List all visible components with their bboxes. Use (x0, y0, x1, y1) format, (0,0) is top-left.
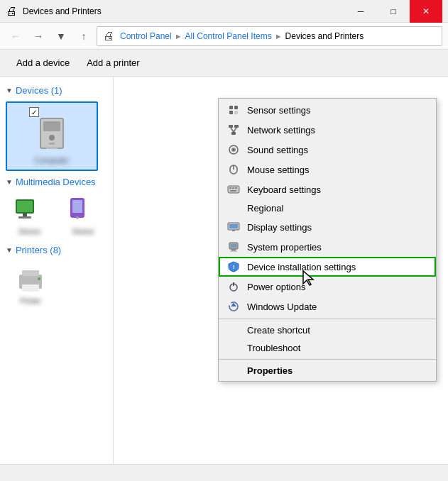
section-arrow-printers: ▼ (6, 246, 13, 254)
ctx-regional-label: Regional (247, 203, 283, 214)
svg-rect-34 (230, 190, 236, 192)
section-title-printers: Printers (8) (16, 245, 61, 255)
section-title-devices: Devices (1) (16, 85, 62, 96)
breadcrumb-control-panel[interactable]: Control Panel (120, 31, 172, 41)
svg-text:!: ! (233, 264, 235, 270)
multimedia-device-1[interactable]: Device (6, 192, 54, 238)
svg-line-24 (234, 128, 236, 132)
sensor-icon (227, 104, 240, 116)
computer-icon (29, 113, 75, 158)
svg-rect-14 (22, 284, 39, 292)
ctx-device-installation[interactable]: ! Device installation settings (219, 257, 436, 277)
svg-point-11 (76, 216, 79, 219)
ctx-windows-update-label: Windows Update (247, 302, 317, 312)
svg-line-23 (231, 128, 234, 132)
svg-rect-19 (234, 111, 238, 114)
printer-item-1[interactable]: Printer (6, 261, 55, 307)
back-button[interactable]: ← (6, 26, 26, 46)
multimedia-device-label-2: Device (72, 228, 94, 236)
ctx-separator-1 (219, 319, 436, 319)
svg-rect-6 (17, 201, 33, 212)
breadcrumb-icon: 🖨 (103, 30, 114, 43)
svg-rect-20 (229, 125, 233, 128)
svg-rect-41 (230, 250, 237, 252)
title-bar-text: Devices and Printers (23, 6, 339, 16)
ctx-regional[interactable]: Regional (219, 199, 436, 217)
display-icon (227, 221, 240, 233)
breadcrumb-all-items[interactable]: All Control Panel Items (185, 31, 272, 41)
section-title-multimedia: Multimedia Devices (16, 177, 96, 187)
context-menu: Sensor settings Network settings Sound s… (218, 98, 437, 382)
ctx-sensor-label: Sensor settings (247, 105, 311, 116)
add-printer-button[interactable]: Add a printer (79, 54, 147, 72)
maximize-button[interactable]: □ (377, 0, 410, 23)
svg-rect-22 (231, 132, 236, 135)
svg-rect-17 (234, 106, 238, 109)
title-bar: 🖨 Devices and Printers ─ □ ✕ (0, 0, 448, 23)
sound-icon (227, 143, 240, 156)
svg-rect-7 (23, 214, 27, 216)
svg-rect-10 (72, 200, 82, 213)
svg-rect-21 (234, 125, 239, 128)
ctx-network-settings[interactable]: Network settings (219, 120, 436, 140)
section-header-multimedia[interactable]: ▼ Multimedia Devices (0, 174, 113, 190)
main-content: ▼ Devices (1) ✓ Computer (0, 77, 448, 481)
svg-rect-18 (229, 111, 233, 114)
ctx-display-label: Display settings (247, 222, 312, 233)
status-bar (0, 464, 448, 481)
up-button[interactable]: ↑ (74, 26, 94, 46)
ctx-mouse-settings[interactable]: Mouse settings (219, 160, 436, 179)
ctx-sensor-settings[interactable]: Sensor settings (219, 100, 436, 120)
ctx-troubleshoot[interactable]: Troubleshoot (219, 339, 436, 357)
ctx-create-shortcut[interactable]: Create shortcut (219, 321, 436, 339)
svg-rect-8 (18, 216, 31, 219)
svg-rect-1 (43, 121, 60, 131)
ctx-keyboard-settings[interactable]: Keyboard settings (219, 179, 436, 199)
right-area: 🤓 APPUALS Sensor settings Network settin… (114, 77, 448, 481)
section-header-printers[interactable]: ▼ Printers (8) (0, 242, 113, 258)
ctx-system-properties[interactable]: System properties (219, 237, 436, 257)
add-device-button[interactable]: Add a device (9, 54, 77, 72)
device-label: Computer (35, 155, 69, 165)
recent-locations-button[interactable]: ▼ (51, 26, 71, 46)
ctx-sound-label: Sound settings (247, 145, 308, 155)
section-header-devices[interactable]: ▼ Devices (1) (0, 82, 113, 99)
device-item-computer[interactable]: ✓ Computer (6, 101, 98, 171)
close-button[interactable]: ✕ (410, 0, 442, 23)
forward-button[interactable]: → (28, 26, 48, 46)
svg-rect-32 (232, 187, 234, 189)
svg-rect-40 (231, 249, 236, 250)
svg-rect-37 (232, 230, 235, 231)
address-bar: ← → ▼ ↑ 🖨 Control Panel ► All Control Pa… (0, 23, 448, 50)
printers-section: ▼ Printers (8) Printer (0, 239, 113, 313)
ctx-network-label: Network settings (247, 125, 315, 136)
section-arrow-devices: ▼ (6, 87, 13, 94)
ctx-mouse-label: Mouse settings (247, 165, 309, 175)
section-arrow-multimedia: ▼ (6, 178, 13, 186)
svg-rect-16 (229, 106, 233, 109)
ctx-power-options[interactable]: Power options (219, 277, 436, 297)
ctx-properties-label: Properties (247, 365, 293, 376)
ctx-sound-settings[interactable]: Sound settings (219, 140, 436, 160)
system-icon (227, 240, 240, 253)
ctx-windows-update[interactable]: Windows Update (219, 297, 436, 316)
multimedia-icon-2 (66, 194, 100, 228)
device-install-icon: ! (227, 260, 240, 273)
device-icon-wrapper: ✓ (29, 107, 75, 153)
ctx-properties[interactable]: Properties (219, 362, 436, 380)
svg-rect-36 (229, 224, 238, 228)
svg-rect-33 (235, 187, 237, 189)
toolbar: Add a device Add a printer (0, 50, 448, 77)
multimedia-device-2[interactable]: Device (60, 192, 108, 238)
printer-label-1: Printer (20, 297, 40, 305)
network-icon (227, 123, 240, 136)
ctx-display-settings[interactable]: Display settings (219, 217, 436, 237)
minimize-button[interactable]: ─ (344, 0, 377, 23)
ctx-create-shortcut-label: Create shortcut (247, 325, 310, 336)
keyboard-icon (227, 183, 240, 196)
multimedia-device-label-1: Device (18, 228, 40, 236)
svg-marker-46 (231, 303, 236, 306)
printer-icon-1 (13, 263, 48, 297)
breadcrumb-current: Devices and Printers (285, 31, 364, 41)
printer-grid: Printer (0, 258, 113, 310)
